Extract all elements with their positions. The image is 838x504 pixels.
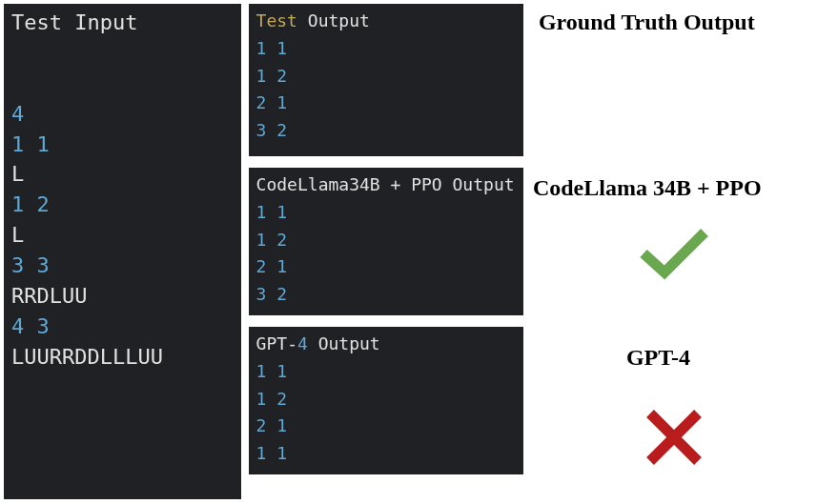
gpt4-body: 1 11 22 11 1 [256,358,516,468]
codellama-label: CodeLlama 34B + PPO [533,175,762,201]
incorrect-cross-icon [641,404,707,474]
gpt4-label: GPT-4 [626,345,690,371]
ground-truth-body: 1 11 22 13 2 [256,35,516,145]
gpt4-header: GPT-4 Output [256,331,516,358]
outputs-column: Test Output 1 11 22 13 2 CodeLlama34B + … [249,4,523,499]
comparison-figure: Test Input 41 1L1 2L3 3RRDLUU4 3LUURRDDL… [0,0,838,503]
codellama-box: CodeLlama34B + PPO Output 1 11 22 13 2 [249,168,523,315]
codellama-header: CodeLlama34B + PPO Output [256,171,516,199]
test-input-body: 41 1L1 2L3 3RRDLUU4 3LUURRDDLLLUU [11,38,234,373]
correct-check-icon [636,223,712,284]
codellama-body: 1 11 22 13 2 [256,199,516,309]
gpt4-box: GPT-4 Output 1 11 22 11 1 [249,327,523,474]
ground-truth-box: Test Output 1 11 22 13 2 [249,4,523,156]
test-input-title: Test Input [11,8,234,38]
test-input-panel: Test Input 41 1L1 2L3 3RRDLUU4 3LUURRDDL… [4,4,241,499]
ground-truth-label: Ground Truth Output [539,10,755,35]
ground-truth-header: Test Output [256,8,516,35]
labels-column: Ground Truth Output CodeLlama 34B + PPO … [531,4,834,499]
